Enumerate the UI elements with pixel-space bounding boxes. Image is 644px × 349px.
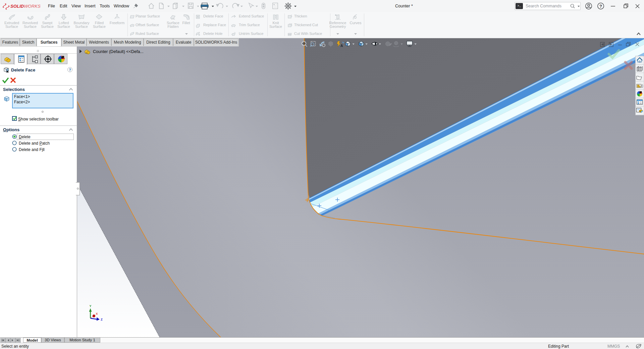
svg-text:?: ? bbox=[599, 4, 602, 9]
svg-text:Counter (Default) <<Defa...: Counter (Default) <<Defa... bbox=[93, 49, 144, 54]
svg-text:X: X bbox=[96, 312, 98, 315]
svg-text:A: A bbox=[340, 44, 343, 48]
svg-text:Z: Z bbox=[101, 318, 103, 321]
svg-text:Y: Y bbox=[89, 304, 91, 308]
